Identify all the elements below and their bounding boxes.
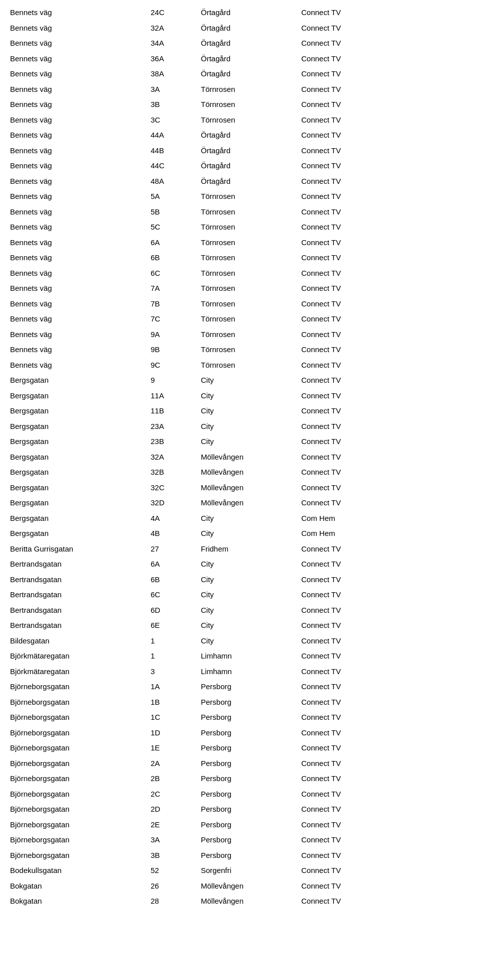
provider-cell: Connect TV: [301, 620, 382, 631]
table-row: Björneborgsgatan1DPersborgConnect TV: [10, 725, 472, 741]
table-row: Bennets väg36AÖrtagårdConnect TV: [10, 51, 472, 67]
street-cell: Bennets väg: [10, 7, 151, 19]
table-row: Bergsgatan32AMöllevångenConnect TV: [10, 450, 472, 465]
street-cell: Bennets väg: [10, 68, 151, 80]
table-row: Bennets väg24CÖrtagårdConnect TV: [10, 5, 472, 21]
number-cell: 6A: [151, 237, 201, 249]
provider-cell: Connect TV: [301, 237, 382, 249]
district-cell: Persborg: [201, 712, 301, 723]
street-cell: Bennets väg: [10, 298, 151, 310]
street-cell: Bennets väg: [10, 237, 151, 249]
street-cell: Bertrandsgatan: [10, 589, 151, 601]
provider-cell: Connect TV: [301, 390, 382, 402]
table-row: Bennets väg44BÖrtagårdConnect TV: [10, 143, 472, 159]
data-table: Bennets väg24CÖrtagårdConnect TVBennets …: [10, 5, 472, 909]
provider-cell: Connect TV: [301, 727, 382, 739]
street-cell: Bennets väg: [10, 23, 151, 34]
district-cell: Möllevången: [201, 881, 301, 892]
street-cell: Bokgatan: [10, 881, 151, 892]
table-row: Bergsgatan32DMöllevångenConnect TV: [10, 495, 472, 511]
number-cell: 9: [151, 375, 201, 386]
table-row: Bokgatan26MöllevångenConnect TV: [10, 879, 472, 894]
district-cell: Törnrosen: [201, 237, 301, 249]
district-cell: Törnrosen: [201, 99, 301, 111]
provider-cell: Connect TV: [301, 819, 382, 831]
provider-cell: Connect TV: [301, 145, 382, 157]
street-cell: Bergsgatan: [10, 436, 151, 448]
street-cell: Bergsgatan: [10, 513, 151, 524]
district-cell: Persborg: [201, 742, 301, 754]
street-cell: Bennets väg: [10, 360, 151, 371]
table-row: Bennets väg9ATörnrosenConnect TV: [10, 327, 472, 343]
number-cell: 44C: [151, 160, 201, 172]
district-cell: Persborg: [201, 773, 301, 785]
number-cell: 3A: [151, 834, 201, 846]
street-cell: Bergsgatan: [10, 452, 151, 463]
provider-cell: Connect TV: [301, 650, 382, 662]
number-cell: 4A: [151, 513, 201, 524]
table-row: Bertrandsgatan6BCityConnect TV: [10, 572, 472, 588]
provider-cell: Connect TV: [301, 130, 382, 141]
street-cell: Bergsgatan: [10, 497, 151, 509]
table-row: Bertrandsgatan6DCityConnect TV: [10, 603, 472, 618]
provider-cell: Connect TV: [301, 344, 382, 356]
district-cell: City: [201, 574, 301, 586]
provider-cell: Connect TV: [301, 115, 382, 126]
district-cell: City: [201, 528, 301, 539]
district-cell: Örtagård: [201, 38, 301, 49]
district-cell: Örtagård: [201, 160, 301, 172]
table-row: Bertrandsgatan6ACityConnect TV: [10, 557, 472, 572]
table-row: Bergsgatan32BMöllevångenConnect TV: [10, 465, 472, 480]
provider-cell: Connect TV: [301, 313, 382, 325]
table-row: Björkmätaregatan3LimhamnConnect TV: [10, 664, 472, 680]
provider-cell: Connect TV: [301, 268, 382, 279]
table-row: Bergsgatan9CityConnect TV: [10, 373, 472, 388]
district-cell: Persborg: [201, 789, 301, 800]
number-cell: 2E: [151, 819, 201, 831]
street-cell: Bennets väg: [10, 84, 151, 95]
street-cell: Bennets väg: [10, 283, 151, 294]
number-cell: 28: [151, 896, 201, 907]
street-cell: Bergsgatan: [10, 467, 151, 478]
table-row: Björkmätaregatan1LimhamnConnect TV: [10, 648, 472, 664]
table-row: Bennets väg7BTörnrosenConnect TV: [10, 296, 472, 312]
street-cell: Björneborgsgatan: [10, 834, 151, 846]
provider-cell: Connect TV: [301, 467, 382, 478]
table-row: Bennets väg6ATörnrosenConnect TV: [10, 235, 472, 251]
street-cell: Bennets väg: [10, 344, 151, 356]
number-cell: 2B: [151, 773, 201, 785]
district-cell: City: [201, 421, 301, 432]
table-row: Björneborgsgatan1APersborgConnect TV: [10, 679, 472, 695]
table-row: Bennets väg6BTörnrosenConnect TV: [10, 250, 472, 266]
table-row: Bergsgatan23ACityConnect TV: [10, 419, 472, 434]
number-cell: 1: [151, 650, 201, 662]
street-cell: Bokgatan: [10, 896, 151, 907]
provider-cell: Connect TV: [301, 559, 382, 570]
district-cell: Örtagård: [201, 176, 301, 187]
table-row: Bennets väg3CTörnrosenConnect TV: [10, 113, 472, 128]
number-cell: 32C: [151, 482, 201, 494]
number-cell: 11A: [151, 390, 201, 402]
provider-cell: Com Hem: [301, 528, 382, 539]
provider-cell: Connect TV: [301, 896, 382, 907]
district-cell: Möllevången: [201, 482, 301, 494]
table-row: Björneborgsgatan1EPersborgConnect TV: [10, 740, 472, 756]
table-row: Bertrandsgatan6ECityConnect TV: [10, 618, 472, 633]
district-cell: Törnrosen: [201, 298, 301, 310]
number-cell: 3A: [151, 84, 201, 95]
street-cell: Bennets väg: [10, 160, 151, 172]
street-cell: Björneborgsgatan: [10, 758, 151, 770]
number-cell: 6C: [151, 589, 201, 601]
street-cell: Bennets väg: [10, 268, 151, 279]
district-cell: Törnrosen: [201, 191, 301, 202]
street-cell: Björkmätaregatan: [10, 666, 151, 678]
provider-cell: Connect TV: [301, 283, 382, 294]
street-cell: Björneborgsgatan: [10, 727, 151, 739]
street-cell: Bennets väg: [10, 130, 151, 141]
table-row: Bennets väg44CÖrtagårdConnect TV: [10, 158, 472, 174]
provider-cell: Connect TV: [301, 712, 382, 723]
district-cell: Törnrosen: [201, 360, 301, 371]
district-cell: Örtagård: [201, 7, 301, 19]
street-cell: Bennets väg: [10, 38, 151, 49]
table-row: Bennets väg38AÖrtagårdConnect TV: [10, 66, 472, 82]
